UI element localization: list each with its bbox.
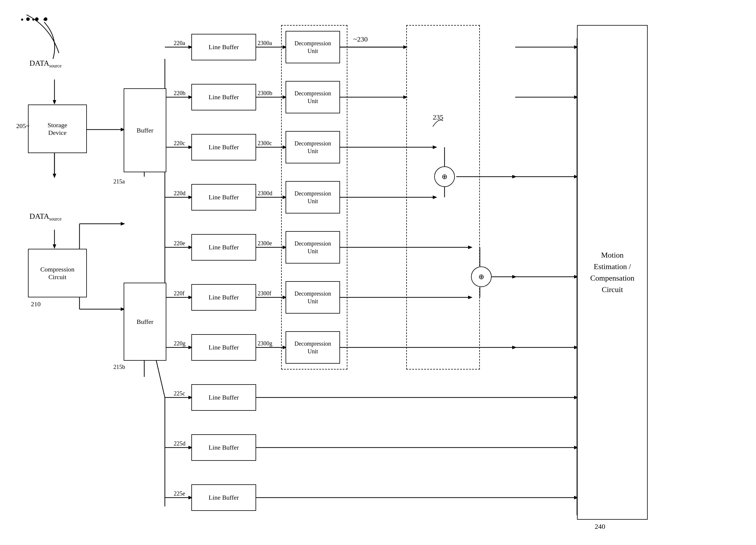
lb-225c-box: Line Buffer bbox=[191, 384, 256, 411]
lb-220c-box: Line Buffer bbox=[191, 134, 256, 160]
motion-circuit-box: MotionEstimation /CompensationCircuit bbox=[577, 25, 648, 520]
lb-225d-ref: 225d bbox=[174, 440, 185, 447]
lb-225c-ref: 225c bbox=[174, 390, 185, 397]
lb-220a-ref: 220a bbox=[174, 40, 185, 47]
data-source-1-label: DATAsource bbox=[29, 59, 62, 69]
buffer1-ref: 215a bbox=[113, 178, 125, 185]
lb-220g-ref: 220g bbox=[174, 340, 185, 347]
dc-2300a-ref: 2300a bbox=[258, 40, 272, 47]
lb-225e-ref: 225e bbox=[174, 490, 185, 497]
data-source-1-sub: source bbox=[49, 63, 62, 68]
lb-225e-box: Line Buffer bbox=[191, 484, 256, 511]
svg-marker-31 bbox=[121, 222, 125, 226]
sum-circle-2: ⊕ bbox=[471, 266, 492, 287]
storage-device-ref: 205~ bbox=[16, 122, 29, 130]
dc-2300b-ref: 2300b bbox=[258, 90, 272, 97]
dc-2300g-ref: 2300g bbox=[258, 340, 272, 347]
svg-marker-70 bbox=[512, 346, 517, 349]
buffer2-ref: 215b bbox=[113, 364, 125, 370]
lb-220d-ref: 220d bbox=[174, 190, 185, 197]
dc-2300f-ref: 2300f bbox=[258, 290, 271, 297]
storage-device-box: StorageDevice bbox=[28, 105, 87, 153]
buffer1-box: Buffer bbox=[124, 88, 166, 172]
svg-marker-6 bbox=[53, 174, 56, 178]
lb-220e-ref: 220e bbox=[174, 240, 185, 247]
buffer2-box: Buffer bbox=[124, 283, 166, 361]
lb-220g-box: Line Buffer bbox=[191, 334, 256, 361]
lb-220f-ref: 220f bbox=[174, 290, 185, 297]
lb-220a-box: Line Buffer bbox=[191, 34, 256, 60]
circuit-diagram: • • • DATAsource StorageDevice 205~ DATA… bbox=[0, 0, 756, 545]
compression-ref: 210 bbox=[31, 300, 41, 308]
dc-2300c-ref: 2300c bbox=[258, 140, 272, 147]
motion-circuit-ref: 240 bbox=[595, 523, 605, 531]
dashed-decomp-box bbox=[281, 25, 347, 370]
dc-2300e-ref: 2300e bbox=[258, 240, 272, 247]
lb-225d-box: Line Buffer bbox=[191, 434, 256, 461]
ref-230-label: ~230 bbox=[353, 35, 368, 43]
lb-220b-ref: 220b bbox=[174, 90, 185, 97]
compression-circuit-box: CompressionCircuit bbox=[28, 249, 87, 297]
lb-220b-box: Line Buffer bbox=[191, 84, 256, 110]
lb-220d-box: Line Buffer bbox=[191, 184, 256, 211]
lb-220f-box: Line Buffer bbox=[191, 284, 256, 311]
sum-circle-1: ⊕ bbox=[434, 166, 455, 187]
svg-marker-8 bbox=[53, 244, 56, 249]
dashed-sum-box bbox=[406, 25, 480, 370]
dc-2300d-ref: 2300d bbox=[258, 190, 272, 197]
lb-220e-box: Line Buffer bbox=[191, 234, 256, 261]
svg-marker-74 bbox=[512, 175, 517, 178]
lb-220c-ref: 220c bbox=[174, 140, 185, 147]
curve-decoration bbox=[21, 9, 79, 56]
data-source-2-sub: source bbox=[49, 216, 62, 221]
data-source-2-label: DATAsource bbox=[29, 212, 62, 222]
svg-marker-4 bbox=[53, 100, 56, 105]
svg-marker-78 bbox=[512, 275, 517, 279]
